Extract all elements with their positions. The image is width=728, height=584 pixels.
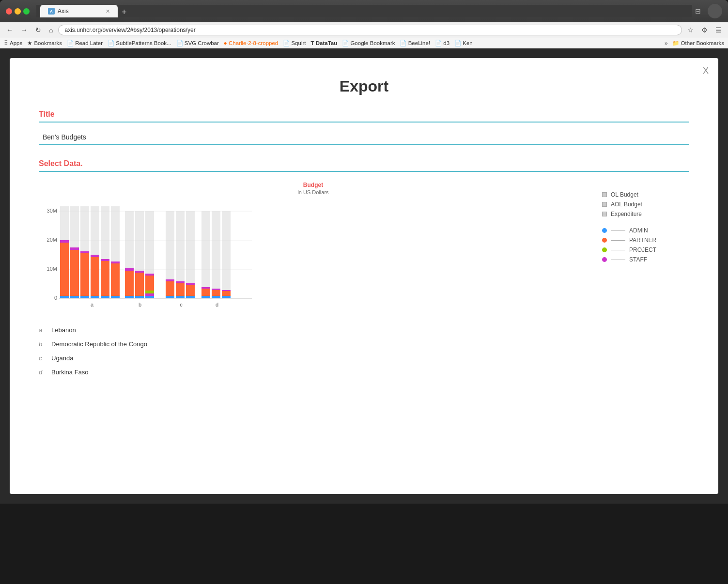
- list-item: c Uganda: [39, 354, 689, 362]
- tab-bar: A Axis ✕ +: [36, 5, 692, 17]
- svg-rect-30: [111, 261, 120, 263]
- title-bar: A Axis ✕ + ⊟: [0, 0, 728, 22]
- minimize-window-button[interactable]: [15, 8, 21, 15]
- bookmark-bookmarks[interactable]: ★ Bookmarks: [27, 40, 62, 46]
- close-button[interactable]: X: [703, 66, 709, 76]
- staff-dot: [602, 257, 607, 262]
- svg-text:d: d: [216, 302, 218, 307]
- traffic-lights: [6, 8, 30, 15]
- bookmark-subtle-patterns[interactable]: 📄 SubtlePatterns Book...: [108, 40, 171, 46]
- svg-rect-16: [60, 296, 69, 298]
- project-dash: [611, 250, 625, 250]
- title-input[interactable]: [39, 130, 689, 145]
- chart-budget-label: Budget: [39, 182, 588, 188]
- svg-rect-54: [176, 296, 185, 298]
- country-letter-a: a: [39, 326, 46, 334]
- svg-text:a: a: [91, 302, 94, 307]
- reload-button[interactable]: ↻: [33, 25, 44, 35]
- aol-budget-label: AOL Budget: [611, 201, 642, 208]
- title-section: Title: [39, 110, 689, 145]
- admin-dash: [611, 231, 625, 231]
- svg-text:20M: 20M: [47, 237, 57, 243]
- svg-rect-40: [135, 296, 144, 298]
- svg-rect-49: [166, 281, 174, 298]
- svg-rect-29: [111, 263, 120, 298]
- menu-button[interactable]: ☰: [713, 25, 724, 35]
- list-item: a Lebanon: [39, 326, 689, 334]
- bookmark-apps[interactable]: ⠿ Export Apps: [4, 40, 22, 46]
- bookmark-charlie[interactable]: ● Charlie-2-8-cropped: [224, 40, 278, 46]
- url-bar[interactable]: axis.unhcr.org/overview/2#bsy/2013/opera…: [58, 25, 682, 35]
- legend-expenditure: Expenditure: [602, 211, 689, 217]
- staff-label: STAFF: [629, 256, 647, 263]
- svg-rect-58: [201, 211, 210, 298]
- more-bookmarks[interactable]: »: [665, 40, 667, 46]
- legend-bars-section: OL Budget AOL Budget Expenditure: [602, 191, 689, 217]
- svg-text:c: c: [180, 302, 183, 307]
- partner-dot: [602, 238, 607, 243]
- svg-rect-14: [60, 243, 69, 298]
- legend-partner: PARTNER: [602, 237, 689, 244]
- new-tab-button[interactable]: +: [122, 7, 127, 17]
- bookmark-squirt[interactable]: 📄 Squirt: [283, 40, 306, 46]
- legend-ol-budget: OL Budget: [602, 191, 689, 198]
- country-name-burkina: Burkina Faso: [51, 369, 89, 376]
- extensions-button[interactable]: ⚙: [699, 25, 710, 35]
- svg-rect-21: [80, 251, 89, 253]
- title-section-label: Title: [39, 110, 689, 119]
- svg-rect-35: [125, 271, 134, 298]
- chart-usd-label: in US Dollars: [39, 189, 588, 195]
- select-data-section: Select Data. Budget in US Dollars 30M 20…: [39, 159, 689, 376]
- bookmark-datatau[interactable]: T DataTau: [310, 40, 337, 46]
- svg-rect-15: [60, 240, 69, 243]
- svg-rect-59: [212, 211, 220, 298]
- legend-staff: STAFF: [602, 256, 689, 263]
- chart-legend: OL Budget AOL Budget Expenditure: [602, 182, 689, 317]
- admin-label: ADMIN: [629, 227, 648, 234]
- bookmark-beeline[interactable]: 📄 BeeLine!: [400, 40, 430, 46]
- svg-text:b: b: [139, 302, 141, 307]
- country-name-drc: Democratic Republic of the Congo: [51, 340, 147, 348]
- svg-rect-60: [222, 211, 231, 298]
- back-button[interactable]: ←: [4, 25, 15, 35]
- country-list: a Lebanon b Democratic Republic of the C…: [39, 326, 689, 376]
- svg-rect-65: [212, 289, 220, 290]
- page-title: Export: [39, 77, 689, 95]
- apps-grid-icon: ⠿: [4, 40, 8, 46]
- svg-rect-63: [201, 296, 210, 298]
- maximize-window-button[interactable]: [23, 8, 30, 15]
- tab-favicon: A: [48, 8, 55, 15]
- forward-button[interactable]: →: [18, 25, 30, 35]
- window-controls[interactable]: ⊟: [695, 7, 701, 15]
- svg-text:0: 0: [54, 295, 57, 301]
- other-bookmarks[interactable]: 📁 Other Bookmarks: [672, 40, 724, 46]
- bookmark-button[interactable]: ☆: [685, 25, 696, 35]
- svg-rect-62: [201, 287, 210, 289]
- svg-rect-25: [91, 296, 99, 298]
- legend-aol-budget: AOL Budget: [602, 201, 689, 208]
- svg-text:30M: 30M: [47, 208, 57, 214]
- bookmark-d3[interactable]: 📄 d3: [435, 40, 449, 46]
- aol-budget-swatch: [602, 202, 607, 207]
- bookmark-ken[interactable]: 📄 Ken: [454, 40, 473, 46]
- url-text: axis.unhcr.org/overview/2#bsy/2013/opera…: [64, 27, 195, 33]
- active-tab[interactable]: A Axis ✕: [40, 5, 118, 17]
- bookmark-read-later[interactable]: 📄 Read Later: [67, 40, 103, 46]
- ol-budget-swatch: [602, 192, 607, 197]
- svg-rect-53: [176, 281, 185, 283]
- list-item: b Democratic Republic of the Congo: [39, 340, 689, 348]
- user-avatar: [708, 4, 722, 18]
- svg-rect-27: [101, 259, 109, 261]
- legend-project: PROJECT: [602, 246, 689, 253]
- partner-dash: [611, 240, 625, 241]
- partner-label: PARTNER: [629, 237, 656, 244]
- home-button[interactable]: ⌂: [46, 25, 55, 35]
- bookmark-svg-crowbar[interactable]: 📄 SVG Crowbar: [176, 40, 219, 46]
- chart-area: Budget in US Dollars 30M 20M 10M 0: [39, 182, 689, 317]
- expenditure-swatch: [602, 212, 607, 216]
- tab-close-button[interactable]: ✕: [106, 8, 110, 15]
- expenditure-label: Expenditure: [611, 211, 642, 217]
- svg-rect-23: [91, 257, 99, 298]
- bookmark-google[interactable]: 📄 Google Bookmark: [342, 40, 395, 46]
- close-window-button[interactable]: [6, 8, 12, 15]
